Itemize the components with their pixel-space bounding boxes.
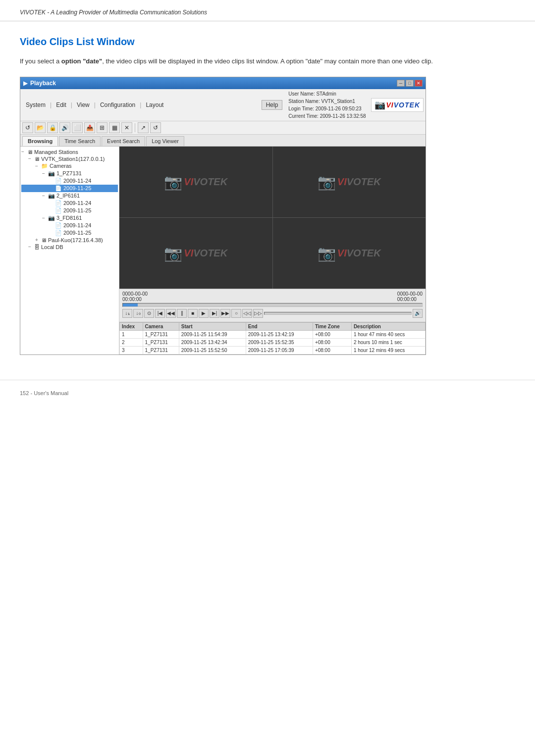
- ctrl-speaker[interactable]: 🔊: [413, 309, 423, 318]
- tree-item-date-2009-11-25-cam2[interactable]: 📄 2009-11-25: [21, 207, 118, 214]
- menu-configuration[interactable]: Configuration: [97, 100, 139, 110]
- toolbar-grid[interactable]: ⊞: [97, 122, 107, 133]
- volume-slider[interactable]: [264, 312, 412, 315]
- logo-cam-icon: 📷: [374, 100, 385, 110]
- close-button[interactable]: ✕: [415, 80, 423, 87]
- toolbar-lock[interactable]: 🔒: [47, 122, 58, 133]
- cell-desc-1: 1 hour 47 mins 40 secs: [351, 330, 425, 338]
- table-row[interactable]: 2 1_PZ7131 2009-11-25 13:42:34 2009-11-2…: [120, 338, 426, 346]
- date2-label: 2009-11-25: [63, 185, 91, 191]
- date1-label: 2009-11-24: [63, 178, 91, 184]
- ctrl-pause[interactable]: ‖: [177, 309, 187, 318]
- tree-item-managed-stations[interactable]: − 🖥 Managed Stations: [21, 149, 118, 155]
- minimize-button[interactable]: ─: [397, 80, 405, 87]
- toggle-managed: −: [21, 149, 27, 154]
- cell-index-2: 2: [120, 338, 143, 346]
- ctrl-next-clip[interactable]: ▷▷: [253, 309, 263, 318]
- toolbar-layout[interactable]: ▦: [109, 122, 120, 133]
- tab-time-search[interactable]: Time Search: [59, 136, 101, 146]
- tree-item-date-2009-11-24-cam2[interactable]: 📄 2009-11-24: [21, 200, 118, 207]
- time-start: 0000-00-00 00:00:00: [122, 291, 148, 302]
- tree-item-paul-kuo[interactable]: + 🖥 Paul-Kuo(172.16.4.38): [21, 237, 118, 244]
- tree-item-station1[interactable]: − 🖥 VVTK_Station1(127.0.0.1): [21, 155, 118, 162]
- menu-help[interactable]: Help: [262, 100, 283, 110]
- tree-item-date-2009-11-24-cam3[interactable]: 📄 2009-11-24: [21, 222, 118, 229]
- cam1-icon: 📷: [48, 170, 55, 177]
- title-bar-left: ▶ Playback: [23, 80, 56, 87]
- watermark-2: 📷 VIVOTEK: [318, 173, 381, 191]
- video-cell-2: 📷 VIVOTEK: [273, 147, 426, 217]
- ctrl-record[interactable]: ⊙: [144, 309, 154, 318]
- table-row[interactable]: 1 1_PZ7131 2009-11-25 11:54:39 2009-11-2…: [120, 330, 426, 338]
- vivotek-logo: 📷 VIVOTEK: [371, 98, 424, 112]
- maximize-button[interactable]: □: [406, 80, 414, 87]
- login-time: Login Time: 2009-11-26 09:50:23: [288, 105, 366, 112]
- menu-system[interactable]: System: [22, 100, 49, 110]
- wm-cam-icon-1: 📷: [164, 173, 182, 191]
- wm-cam-icon-4: 📷: [318, 245, 336, 262]
- company-tagline: VIVOTEK - A Leading Provider of Multimed…: [20, 9, 515, 16]
- cam2-icon: 📷: [48, 193, 55, 199]
- tree-item-local-db[interactable]: − 🗄 Local DB: [21, 244, 118, 251]
- ctrl-skip-end[interactable]: ▶|: [210, 309, 219, 318]
- cameras-label: Cameras: [50, 163, 72, 169]
- toolbar-snapshot[interactable]: ⬜: [72, 122, 83, 133]
- video-area: 📷 VIVOTEK 📷 VIVOTEK: [119, 147, 426, 354]
- clip-table: Index Camera Start End Time Zone Descrip…: [119, 322, 426, 354]
- title-bar-controls[interactable]: ─ □ ✕: [397, 80, 423, 87]
- cam3-icon: 📷: [48, 215, 55, 221]
- tab-event-search[interactable]: Event Search: [102, 136, 145, 146]
- ctrl-vol-mute[interactable]: ↓₀: [133, 309, 143, 318]
- menu-sep-1: |: [50, 101, 52, 108]
- toolbar-refresh[interactable]: ↺: [22, 122, 33, 133]
- ctrl-stop[interactable]: ■: [188, 309, 198, 318]
- tree-item-cam1[interactable]: − 📷 1_PZ7131: [21, 170, 118, 177]
- tree-item-date-2009-11-25-cam1[interactable]: 📄 2009-11-25: [21, 185, 118, 192]
- video-grid: 📷 VIVOTEK 📷 VIVOTEK: [119, 147, 426, 289]
- cam2-label: 2_IP6161: [56, 193, 80, 199]
- tree-item-date-2009-11-24-cam1[interactable]: 📄 2009-11-24: [21, 177, 118, 185]
- toolbar-open[interactable]: 📂: [35, 122, 46, 133]
- toggle-paul: +: [35, 237, 41, 243]
- date4-icon: 📄: [55, 207, 62, 214]
- toolbar-reset[interactable]: ↺: [150, 122, 161, 133]
- col-timezone: Time Zone: [313, 322, 351, 330]
- menu-sep-2: |: [71, 101, 72, 108]
- toolbar-close[interactable]: ✕: [121, 122, 132, 133]
- toolbar-export[interactable]: 📤: [84, 122, 95, 133]
- menu-view[interactable]: View: [73, 100, 93, 110]
- ctrl-rewind[interactable]: ◀◀: [166, 309, 176, 318]
- menu-sep-4: |: [140, 101, 141, 108]
- video-cell-1: 📷 VIVOTEK: [119, 147, 272, 217]
- menu-layout[interactable]: Layout: [142, 100, 167, 110]
- toolbar-ptz[interactable]: ↗: [138, 122, 149, 133]
- table-row[interactable]: 3 1_PZ7131 2009-11-25 15:52:50 2009-11-2…: [120, 346, 426, 354]
- cell-end-1: 2009-11-25 13:42:19: [246, 330, 313, 338]
- current-time: Current Time: 2009-11-26 13:32:58: [288, 112, 366, 120]
- ctrl-vol-down[interactable]: ↓₁: [122, 309, 132, 318]
- progress-fill: [123, 303, 138, 306]
- ctrl-play[interactable]: ▶: [199, 309, 209, 318]
- page-header: VIVOTEK - A Leading Provider of Multimed…: [0, 0, 535, 21]
- tree-item-cam2[interactable]: − 📷 2_IP6161: [21, 192, 118, 200]
- watermark-1: 📷 VIVOTEK: [164, 173, 227, 191]
- menu-edit[interactable]: Edit: [53, 100, 70, 110]
- tree-item-cam3[interactable]: − 📷 3_FD8161: [21, 214, 118, 222]
- ctrl-ff[interactable]: ▶▶: [220, 309, 230, 318]
- tab-log-viewer[interactable]: Log Viewer: [146, 136, 184, 146]
- ctrl-skip-start[interactable]: |◀: [155, 309, 165, 318]
- ctrl-prev-clip[interactable]: ◁◁: [242, 309, 252, 318]
- date6-label: 2009-11-25: [63, 230, 91, 236]
- tree-item-date-2009-11-25-cam3[interactable]: 📄 2009-11-25: [21, 229, 118, 237]
- cell-desc-2: 2 hours 10 mins 1 sec: [351, 338, 425, 346]
- progress-bar[interactable]: [122, 303, 423, 307]
- date6-icon: 📄: [55, 230, 62, 236]
- col-start: Start: [179, 322, 246, 330]
- toggle-cam2: −: [42, 193, 48, 199]
- wm-text-4: VIVOTEK: [337, 248, 381, 259]
- toolbar-audio[interactable]: 🔊: [59, 122, 70, 133]
- cell-end-3: 2009-11-25 17:05:39: [246, 346, 313, 354]
- tab-browsing[interactable]: Browsing: [22, 136, 58, 146]
- tree-item-cameras[interactable]: − 📁 Cameras: [21, 162, 118, 170]
- ctrl-loop[interactable]: ○: [231, 309, 241, 318]
